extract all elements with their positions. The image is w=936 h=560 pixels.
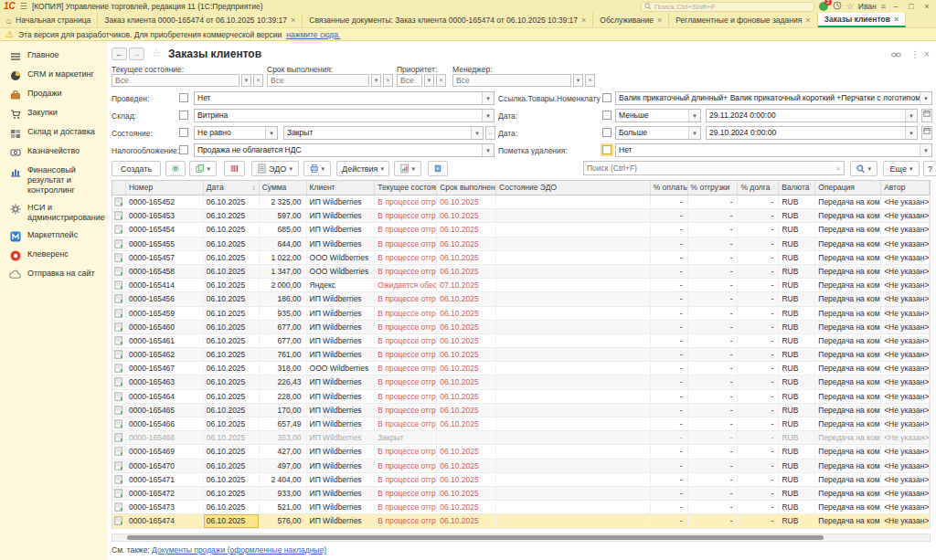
table-row[interactable]: 0000-16545906.10.2025935,00ИП Wildberrie… — [112, 307, 930, 321]
sidebar-item[interactable]: Отправка на сайт — [0, 265, 108, 284]
sidebar-item[interactable]: Склад и доставка — [0, 123, 108, 143]
sidebar-item[interactable]: НСИ и администрирование — [0, 199, 108, 227]
table-row[interactable]: 0000-16545206.10.20252 325,00ИП Wildberr… — [112, 195, 930, 209]
sidebar-item[interactable]: Финансовый результат и контроллинг — [0, 162, 108, 199]
table-row[interactable]: 0000-16547206.10.2025933,00ИП Wildberrie… — [112, 487, 930, 501]
priority-clear-button[interactable]: × — [436, 74, 446, 87]
table-row[interactable]: 0000-16541406.10.20252 000,00ЯндексОжида… — [112, 279, 930, 292]
state-filter-checkbox[interactable] — [179, 128, 188, 137]
tab-close-icon[interactable]: × — [581, 16, 586, 25]
table-row[interactable]: 0000-16547406.10.2025576,00ИП Wildberrie… — [112, 514, 930, 528]
table-row[interactable]: 0000-16546906.10.2025427,00ИП Wildberrie… — [112, 445, 930, 459]
calendar-icon[interactable] — [921, 109, 932, 122]
due-date-filter-input[interactable] — [267, 74, 369, 87]
actions-button[interactable]: Действия▾ — [336, 161, 389, 176]
column-header[interactable]: % оплаты — [651, 181, 688, 195]
report-button[interactable]: ▾ — [394, 161, 421, 176]
create-new-icon-button[interactable] — [165, 161, 186, 176]
current-state-clear-button[interactable]: × — [253, 74, 263, 87]
due-date-clear-button[interactable]: × — [383, 74, 393, 87]
settings-menu-icon[interactable]: ≡ — [881, 2, 886, 12]
warehouse-filter-combo[interactable]: Витрина▾ — [194, 109, 495, 122]
state-value-combo[interactable]: Закрыт▾ — [283, 126, 484, 140]
table-search-box[interactable]: × — [583, 161, 845, 175]
list-settings-button[interactable] — [428, 161, 448, 176]
manager-filter-input[interactable] — [452, 74, 571, 87]
sidebar-item[interactable]: Казначейство — [0, 143, 108, 162]
forward-button[interactable]: → — [129, 48, 144, 60]
state-op-combo[interactable]: Не равно▾ — [194, 126, 278, 140]
chevron-down-icon[interactable]: ▾ — [920, 92, 931, 104]
history-icon[interactable] — [833, 1, 842, 13]
column-header[interactable]: Текущее состояние — [375, 181, 437, 195]
priority-filter-input[interactable] — [397, 74, 422, 87]
table-row[interactable]: 0000-16546406.10.2025228,00ИП Wildberrie… — [112, 390, 930, 404]
user-name[interactable]: Иван — [858, 2, 877, 11]
column-header[interactable]: Состояние ЭДО — [496, 181, 651, 195]
create-button[interactable]: Создать — [112, 161, 161, 176]
chevron-down-icon[interactable]: ▾ — [265, 127, 277, 139]
manager-dropdown-button[interactable]: ▾ — [573, 74, 583, 87]
tab-close-icon[interactable]: × — [894, 15, 899, 24]
search-options-button[interactable]: ▾ — [850, 161, 878, 176]
chevron-down-icon[interactable]: ▾ — [920, 144, 931, 156]
date-less-op-combo[interactable]: Меньше▾ — [615, 109, 701, 122]
minimize-button[interactable]: – — [890, 2, 901, 11]
table-row[interactable]: 0000-16546706.10.2025318,00ООО Wildberri… — [112, 362, 930, 375]
chevron-down-icon[interactable]: ▾ — [482, 110, 494, 122]
chevron-down-icon[interactable]: ▾ — [482, 144, 494, 156]
table-row[interactable]: 0000-16546606.10.2025657,49ИП Wildberrie… — [112, 417, 930, 431]
table-row[interactable]: 0000-16547006.10.2025497,00ИП Wildberrie… — [112, 460, 930, 473]
taxation-filter-combo[interactable]: Продажа не облагается НДС▾ — [194, 143, 495, 157]
table-row[interactable]: 0000-16546106.10.2025677,00ИП Wildberrie… — [112, 334, 930, 348]
sidebar-item[interactable]: Главное — [0, 47, 108, 66]
global-search-input[interactable]: Поиск Ctrl+Shift+F — [641, 2, 814, 12]
chevron-down-icon[interactable]: ▾ — [905, 110, 917, 122]
date-less-value-input[interactable]: 29.11.2024 0:00:00▾ — [706, 109, 918, 122]
table-row[interactable]: 0000-16547106.10.20252 404,00ИП Wildberr… — [112, 473, 930, 487]
more-menu-icon[interactable]: ⋮ — [910, 49, 920, 59]
posted-filter-combo[interactable]: Нет▾ — [194, 91, 495, 105]
chevron-down-icon[interactable]: ▾ — [688, 110, 700, 122]
column-header[interactable]: % долга — [738, 181, 779, 195]
date-greater-value-input[interactable]: 29.10.2024 0:00:00▾ — [706, 126, 918, 140]
chevron-down-icon[interactable]: ▾ — [482, 92, 494, 104]
table-row[interactable]: 0000-16545706.10.20251 022,00ООО Wildber… — [112, 251, 930, 265]
table-row[interactable]: 0000-16546206.10.2025761,00ИП Wildberrie… — [112, 348, 930, 362]
table-row[interactable]: 0000-16545406.10.2025685,00ИП Wildberrie… — [112, 223, 930, 237]
get-link-icon[interactable] — [891, 50, 901, 61]
posted-filter-checkbox[interactable] — [179, 93, 188, 102]
due-date-dropdown-button[interactable]: ▾ — [371, 74, 381, 87]
column-header[interactable]: Срок выполнения — [437, 181, 496, 195]
column-header[interactable]: Клиент — [307, 181, 376, 195]
column-header[interactable]: Операция — [815, 181, 881, 195]
current-state-dropdown-button[interactable]: ▾ — [241, 74, 251, 87]
nomenclature-filter-combo[interactable]: Валик прикаточный длинный+ Валик прикато… — [615, 91, 932, 105]
chevron-down-icon[interactable]: ▾ — [905, 127, 917, 139]
sidebar-item[interactable]: CRM и маркетинг — [0, 66, 108, 85]
priority-dropdown-button[interactable]: ▾ — [424, 74, 434, 87]
close-window-button[interactable]: × — [921, 2, 932, 11]
column-header[interactable]: Валюта — [779, 181, 815, 195]
date-less-filter-checkbox[interactable] — [602, 111, 612, 120]
help-button[interactable]: ? — [923, 161, 936, 176]
warehouse-filter-checkbox[interactable] — [179, 111, 188, 120]
table-row[interactable]: 0000-16546806.10.2025353,00ИП Wildberrie… — [112, 431, 930, 445]
tab[interactable]: ⌂Начальная страница — [0, 13, 98, 27]
table-row[interactable]: 0000-16545606.10.2025186,00ИП Wildberrie… — [112, 292, 930, 306]
favorite-star-icon[interactable]: ☆ — [152, 48, 161, 59]
main-menu-icon[interactable]: ☰ — [20, 2, 27, 11]
more-button[interactable]: Еще▾ — [883, 161, 920, 176]
buy-version-link[interactable]: нажмите сюда. — [286, 30, 340, 39]
tab[interactable]: Заказ клиента 0000-165474 от 06.10.2025 … — [98, 13, 303, 27]
notifications-icon[interactable]: 2 — [819, 2, 828, 11]
tab[interactable]: Связанные документы: Заказ клиента 0000-… — [303, 13, 593, 27]
table-row[interactable]: 0000-16547306.10.2025521,00ИП Wildberrie… — [112, 501, 930, 514]
copy-button[interactable]: ▾ — [189, 161, 217, 176]
table-row[interactable]: 0000-16545306.10.2025597,00ИП Wildberrie… — [112, 209, 930, 223]
print-button[interactable]: ▾ — [303, 161, 331, 176]
close-panel-icon[interactable]: × — [924, 49, 930, 59]
horizontal-scrollbar[interactable] — [112, 534, 931, 542]
table-row[interactable]: 0000-16546006.10.2025677,00ИП Wildberrie… — [112, 321, 930, 334]
column-header[interactable]: Сумма — [260, 181, 307, 195]
